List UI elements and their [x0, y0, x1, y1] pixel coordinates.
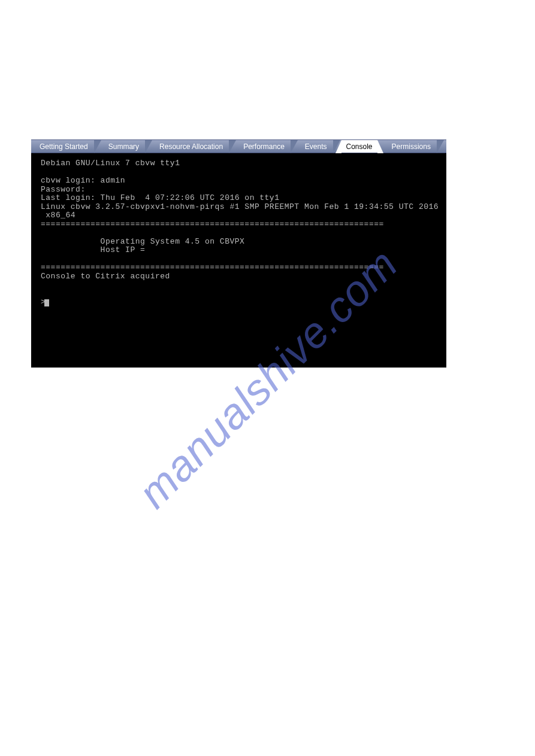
console-password-prompt: Password:: [41, 185, 86, 194]
tab-getting-started[interactable]: Getting Started: [34, 140, 94, 153]
tab-label: Summary: [108, 142, 139, 151]
tab-events[interactable]: Events: [299, 140, 333, 153]
tab-label: Permissions: [392, 142, 431, 151]
console-last-login: Last login: Thu Feb 4 07:22:06 UTC 2016 …: [41, 193, 279, 202]
console-banner: Debian GNU/Linux 7 cbvw tty1: [41, 159, 180, 168]
console-os-line: Operating System 4.5 on CBVPX: [41, 237, 244, 246]
tab-label: Console: [346, 142, 373, 151]
tab-label: Getting Started: [40, 142, 88, 151]
tab-console[interactable]: Console: [341, 140, 377, 153]
tab-label: Performance: [243, 142, 285, 151]
console-arch: x86_64: [41, 211, 75, 220]
tab-summary[interactable]: Summary: [102, 140, 145, 153]
tab-performance[interactable]: Performance: [237, 140, 291, 153]
vm-panel: Getting Started Summary Resource Allocat…: [31, 139, 446, 368]
console-acquired: Console to Citrix acquired: [41, 272, 170, 281]
console-host-line: Host IP =: [41, 245, 145, 254]
console-sep: ========================================…: [41, 263, 384, 272]
cursor-icon: [44, 299, 49, 306]
tab-label: Events: [305, 142, 327, 151]
tab-resource-allocation[interactable]: Resource Allocation: [153, 140, 229, 153]
tab-permissions[interactable]: Permissions: [386, 140, 437, 153]
console-login-prompt: cbvw login: admin: [41, 176, 125, 185]
tab-label: Resource Allocation: [159, 142, 223, 151]
console-kernel: Linux cbvw 3.2.57-cbvpxv1-nohvm-pirqs #1…: [41, 202, 439, 211]
console-sep: ========================================…: [41, 220, 384, 229]
console-terminal[interactable]: Debian GNU/Linux 7 cbvw tty1 cbvw login:…: [31, 153, 446, 368]
tab-bar: Getting Started Summary Resource Allocat…: [31, 139, 446, 153]
